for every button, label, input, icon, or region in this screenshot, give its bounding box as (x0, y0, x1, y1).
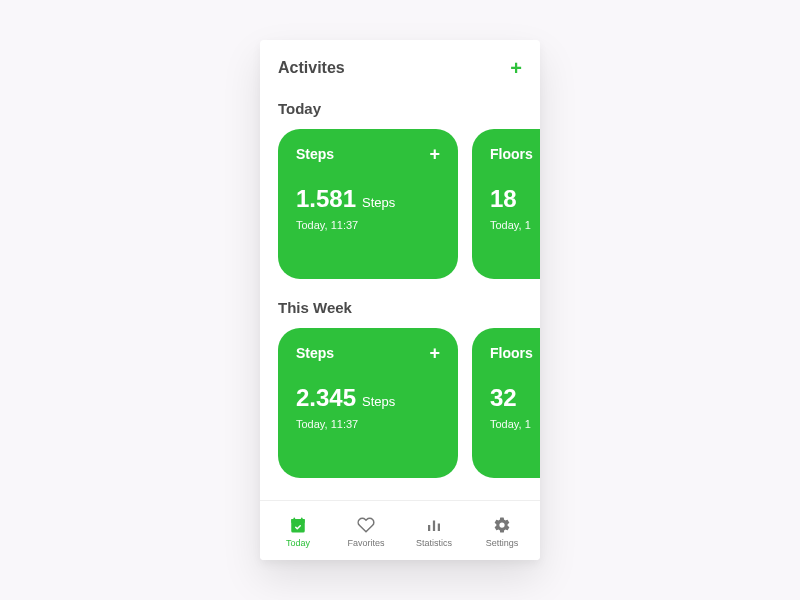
tab-settings[interactable]: Settings (468, 515, 536, 548)
section-title-today: Today (278, 100, 540, 117)
card-value: 18 (490, 185, 517, 213)
card-title: Floors (490, 345, 533, 361)
today-cards-row[interactable]: Steps + 1.581 Steps Today, 11:37 Floors … (278, 129, 540, 279)
svg-rect-2 (294, 518, 296, 521)
section-this-week: This Week Steps + 2.345 Steps Today, 11:… (278, 299, 540, 478)
card-unit: Steps (362, 394, 395, 409)
add-activity-icon[interactable]: + (510, 58, 522, 78)
card-value: 2.345 (296, 384, 356, 412)
card-title: Steps (296, 345, 334, 361)
card-time: Today, 1 (490, 219, 540, 231)
tab-favorites[interactable]: Favorites (332, 515, 400, 548)
card-title: Floors (490, 146, 533, 162)
card-time: Today, 11:37 (296, 219, 440, 231)
section-today: Today Steps + 1.581 Steps Today, 11:37 F… (278, 100, 540, 279)
svg-rect-4 (428, 525, 430, 531)
today-steps-card[interactable]: Steps + 1.581 Steps Today, 11:37 (278, 129, 458, 279)
tab-label: Today (286, 538, 310, 548)
svg-rect-5 (433, 521, 435, 532)
app-screen: Activites + Today Steps + 1.581 Steps To… (260, 40, 540, 560)
card-value: 32 (490, 384, 517, 412)
svg-rect-1 (291, 519, 305, 523)
tab-statistics[interactable]: Statistics (400, 515, 468, 548)
card-title: Steps (296, 146, 334, 162)
section-title-week: This Week (278, 299, 540, 316)
week-floors-card[interactable]: Floors + 32 Today, 1 (472, 328, 540, 478)
card-value: 1.581 (296, 185, 356, 213)
svg-rect-3 (301, 518, 303, 521)
today-floors-card[interactable]: Floors + 18 Today, 1 (472, 129, 540, 279)
page-title: Activites (278, 59, 345, 77)
gear-icon (492, 515, 512, 535)
content-area: Activites + Today Steps + 1.581 Steps To… (260, 40, 540, 500)
card-add-icon[interactable]: + (429, 145, 440, 163)
tab-bar: Today Favorites Statistics Settings (260, 500, 540, 560)
card-unit: Steps (362, 195, 395, 210)
card-time: Today, 11:37 (296, 418, 440, 430)
tab-label: Settings (486, 538, 519, 548)
week-steps-card[interactable]: Steps + 2.345 Steps Today, 11:37 (278, 328, 458, 478)
heart-icon (356, 515, 376, 535)
card-time: Today, 1 (490, 418, 540, 430)
card-add-icon[interactable]: + (429, 344, 440, 362)
tab-label: Statistics (416, 538, 452, 548)
week-cards-row[interactable]: Steps + 2.345 Steps Today, 11:37 Floors … (278, 328, 540, 478)
bar-chart-icon (424, 515, 444, 535)
calendar-check-icon (288, 515, 308, 535)
svg-rect-6 (438, 524, 440, 532)
header: Activites + (278, 58, 540, 78)
tab-label: Favorites (347, 538, 384, 548)
tab-today[interactable]: Today (264, 515, 332, 548)
